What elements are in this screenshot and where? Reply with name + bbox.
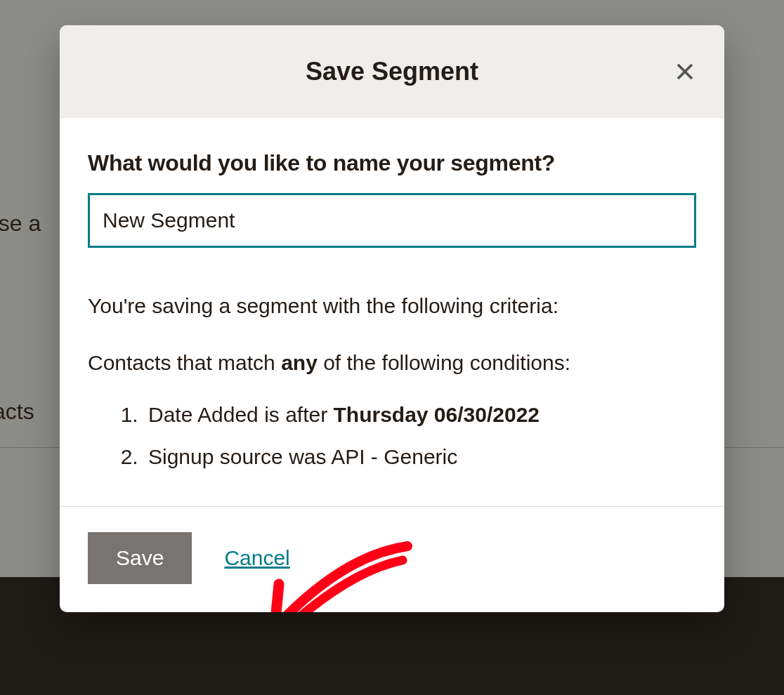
close-icon — [674, 61, 695, 82]
segment-name-input[interactable] — [88, 193, 696, 248]
match-suffix: of the following conditions: — [318, 351, 570, 374]
match-prefix: Contacts that match — [88, 351, 281, 374]
save-segment-modal: Save Segment What would you like to name… — [60, 25, 724, 612]
criteria-intro-text: You're saving a segment with the followi… — [88, 290, 696, 322]
background-text-fragment: acts — [0, 399, 34, 425]
segment-name-prompt: What would you like to name your segment… — [88, 150, 696, 176]
close-button[interactable] — [669, 56, 700, 87]
modal-footer: Save Cancel — [60, 506, 724, 612]
condition-text: Date Added is after — [148, 403, 334, 426]
modal-body: What would you like to name your segment… — [60, 118, 724, 506]
condition-text: Signup source was API - Generic — [148, 445, 457, 468]
conditions-list: Date Added is after Thursday 06/30/2022 … — [88, 398, 696, 474]
modal-header: Save Segment — [60, 25, 724, 118]
match-mode: any — [281, 351, 318, 374]
cancel-link[interactable]: Cancel — [224, 546, 289, 570]
save-button[interactable]: Save — [88, 532, 192, 584]
criteria-match-text: Contacts that match any of the following… — [88, 347, 696, 378]
condition-item: Date Added is after Thursday 06/30/2022 — [144, 398, 696, 432]
condition-item: Signup source was API - Generic — [144, 440, 696, 474]
modal-title: Save Segment — [306, 57, 478, 86]
condition-bold: Thursday 06/30/2022 — [334, 403, 540, 426]
background-text-fragment: ese a — [0, 211, 41, 237]
